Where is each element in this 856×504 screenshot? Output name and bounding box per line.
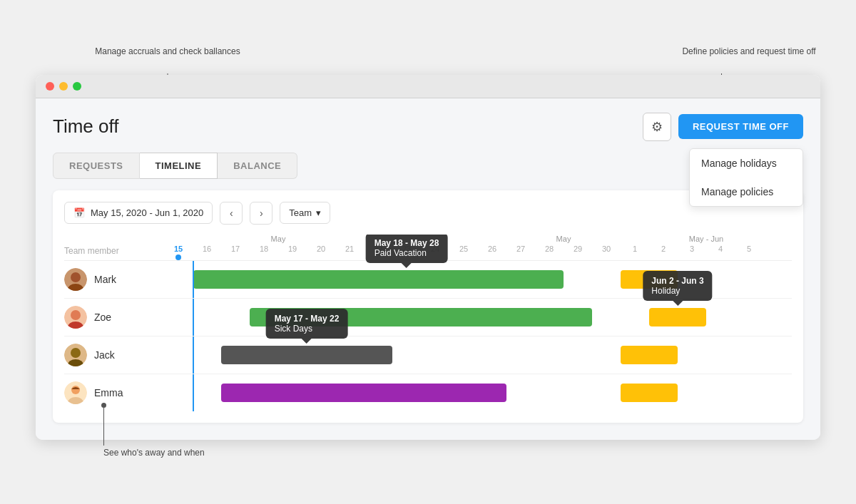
day-26: 26: [478, 245, 506, 257]
manage-holidays-item[interactable]: Manage holidays: [690, 149, 802, 178]
tab-requests[interactable]: REQUESTS: [53, 153, 140, 179]
today-line: [193, 261, 194, 298]
member-mark: Mark: [64, 262, 164, 297]
dropdown-arrow-icon: ▾: [316, 207, 321, 218]
avatar-emma-img: [64, 381, 87, 404]
today-line-jack: [193, 336, 194, 374]
month-labels-row: May May May - Jun: [64, 235, 792, 243]
date-range-label: May 15, 2020 - Jun 1, 2020: [91, 207, 203, 218]
today-line-emma: [193, 374, 194, 411]
avatar-zoe-img: [64, 306, 87, 329]
day-20: 20: [307, 245, 335, 257]
titlebar: [36, 75, 820, 98]
day-5: 5: [735, 245, 763, 257]
team-label: Team: [289, 207, 312, 218]
bottom-annotation-container: See who's away and when: [36, 446, 820, 458]
team-member-header: Team member: [64, 245, 164, 257]
month-may-2: May: [221, 235, 335, 243]
today-line-zoe: [193, 299, 194, 336]
day-19: 19: [278, 245, 307, 257]
bar-zoe-2: Jun 2 - Jun 3 Holiday: [649, 308, 706, 326]
day-30: 30: [592, 245, 621, 257]
day-27: 27: [506, 245, 535, 257]
day-15: 15: [164, 245, 193, 257]
day-24: 24: [421, 245, 449, 257]
timeline-panel: 📅 May 15, 2020 - Jun 1, 2020 ‹ › Team ▾: [53, 190, 803, 423]
today-dot: [175, 254, 181, 260]
tooltip-mark-arrow: [402, 263, 412, 268]
calendar-grid: May May May - Jun Team member 15 16 17: [64, 235, 792, 411]
day-22: 22: [364, 245, 392, 257]
svg-point-10: [71, 386, 80, 394]
bar-emma-2: [621, 384, 678, 402]
header-actions: ⚙ REQUEST TIME OFF Manage holidays Manag…: [643, 113, 803, 141]
member-name-emma: Emma: [94, 387, 123, 398]
annotation-top-right: Define policies and request time off: [682, 46, 815, 56]
minimize-button[interactable]: [59, 82, 68, 91]
day-1: 1: [621, 245, 649, 257]
day-2: 2: [649, 245, 678, 257]
month-may-jun: May - Jun: [649, 235, 763, 243]
tooltip-zoe-arrow: [673, 301, 683, 306]
svg-point-4: [71, 310, 81, 320]
tab-timeline[interactable]: TIMELINE: [140, 153, 218, 179]
avatar-jack-img: [64, 344, 87, 366]
outer-wrapper: Manage accruals and check ballances Defi…: [36, 46, 820, 458]
day-21: 21: [335, 245, 364, 257]
jack-timeline: May 17 - May 22 Sick Days: [164, 336, 792, 374]
request-time-off-button[interactable]: REQUEST TIME OFF: [678, 114, 803, 139]
table-row: Zoe Jun 2 - Jun 3 Holiday: [64, 299, 792, 336]
close-button[interactable]: [46, 82, 54, 91]
page-header: Time off ⚙ REQUEST TIME OFF Manage holid…: [53, 113, 803, 141]
bar-jack-2: [621, 346, 678, 364]
annotation-bottom-label: See who's away and when: [103, 448, 205, 458]
emma-timeline: [164, 374, 792, 411]
table-row: Jack May 17 - May 22 Sick Days: [64, 336, 792, 374]
day-numbers-row: Team member 15 16 17 18 19 20 21 22 23 2…: [64, 245, 792, 257]
bar-emma-1: [221, 384, 506, 402]
settings-dropdown: Manage holidays Manage policies: [689, 148, 803, 207]
day-4: 4: [706, 245, 735, 257]
prev-period-button[interactable]: ‹: [220, 202, 243, 225]
day-28: 28: [535, 245, 564, 257]
bar-mark-3: [621, 270, 678, 289]
day-25: 25: [449, 245, 478, 257]
day-3: 3: [678, 245, 706, 257]
controls-row: 📅 May 15, 2020 - Jun 1, 2020 ‹ › Team ▾: [64, 202, 792, 225]
app-window: Time off ⚙ REQUEST TIME OFF Manage holid…: [36, 75, 820, 440]
svg-point-7: [71, 348, 81, 358]
settings-button[interactable]: ⚙: [643, 113, 671, 141]
mark-timeline: May 18 - May 28 Paid Vacation: [164, 261, 792, 298]
day-17: 17: [221, 245, 250, 257]
month-may-1: [164, 235, 193, 243]
avatar-zoe: [64, 306, 87, 329]
page-title: Time off: [53, 115, 118, 138]
annotation-line-bottom: [103, 403, 104, 446]
bar-zoe-1: [250, 308, 592, 326]
bar-mark-2: May 18 - May 28 Paid Vacation: [250, 270, 564, 289]
date-range-picker[interactable]: 📅 May 15, 2020 - Jun 1, 2020: [64, 202, 213, 224]
team-filter-dropdown[interactable]: Team ▾: [280, 202, 330, 224]
avatar-mark-img: [64, 268, 87, 291]
member-emma: Emma: [64, 376, 164, 410]
svg-point-1: [71, 272, 81, 282]
table-row: Mark: [64, 261, 792, 299]
member-zoe: Zoe: [64, 300, 164, 334]
member-jack: Jack: [64, 338, 164, 372]
maximize-button[interactable]: [73, 82, 81, 91]
avatar-emma: [64, 381, 87, 404]
day-18: 18: [250, 245, 278, 257]
member-name-zoe: Zoe: [94, 312, 111, 323]
day-23: 23: [392, 245, 421, 257]
calendar-body: Mark: [64, 260, 792, 411]
table-row: Emma: [64, 374, 792, 411]
member-name-jack: Jack: [94, 349, 115, 361]
day-29: 29: [564, 245, 592, 257]
avatar-mark: [64, 268, 87, 291]
annotation-top-left: Manage accruals and check ballances: [95, 46, 240, 56]
next-period-button[interactable]: ›: [250, 202, 272, 225]
avatar-jack: [64, 344, 87, 366]
tab-balance[interactable]: BALANCE: [218, 153, 297, 179]
member-name-mark: Mark: [94, 274, 116, 285]
manage-policies-item[interactable]: Manage policies: [690, 178, 802, 206]
